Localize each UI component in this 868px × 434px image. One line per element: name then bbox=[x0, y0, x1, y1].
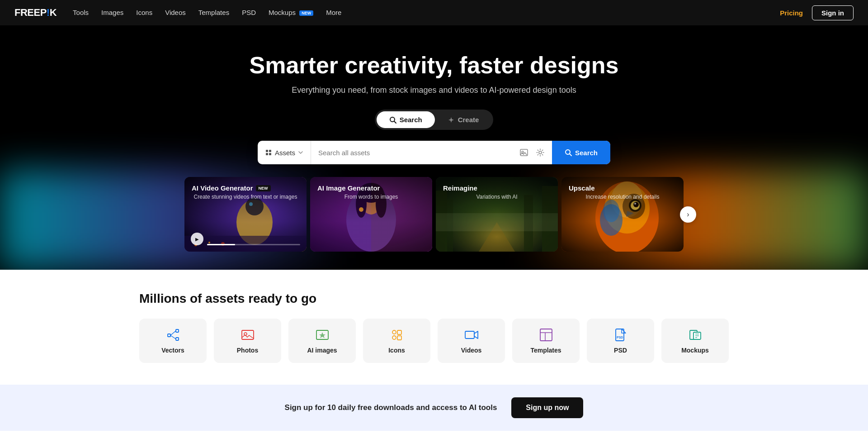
mockups-label: Mockups bbox=[681, 347, 709, 354]
ai-card-4-title: Upscale bbox=[569, 184, 676, 192]
svg-line-10 bbox=[570, 154, 571, 156]
signin-button[interactable]: Sign in bbox=[812, 5, 854, 20]
ai-card-2-subtitle: From words to images bbox=[317, 194, 425, 200]
ai-card-1-subtitle: Create stunning videos from text or imag… bbox=[192, 194, 299, 200]
search-bar: Assets bbox=[258, 141, 610, 164]
search-submit-icon bbox=[565, 149, 572, 156]
hero-section: Smarter creativity, faster designs Every… bbox=[0, 25, 868, 270]
category-dropdown[interactable]: Assets bbox=[258, 141, 311, 164]
search-submit-button[interactable]: Search bbox=[552, 141, 610, 164]
mockups-new-badge: NEW bbox=[299, 10, 313, 16]
icons-label: Icons bbox=[388, 347, 405, 354]
image-search-button[interactable] bbox=[518, 146, 530, 159]
vectors-icon bbox=[166, 328, 180, 342]
chevron-down-icon bbox=[298, 150, 303, 155]
photos-icon bbox=[241, 328, 255, 342]
asset-card-vectors[interactable]: Vectors bbox=[139, 319, 207, 363]
ai-card-3-subtitle: Variations with AI bbox=[443, 194, 551, 200]
sparkle-icon bbox=[448, 116, 455, 124]
svg-line-51 bbox=[170, 331, 176, 335]
signup-banner: Sign up for 10 daily free downloads and … bbox=[0, 385, 868, 431]
next-arrow-button[interactable]: › bbox=[680, 206, 696, 223]
asset-card-videos[interactable]: Videos bbox=[438, 319, 505, 363]
pricing-link[interactable]: Pricing bbox=[780, 9, 803, 17]
svg-rect-61 bbox=[540, 329, 552, 341]
nav-psd[interactable]: PSD bbox=[242, 9, 256, 16]
video-progress-fill bbox=[207, 244, 235, 245]
ai-cards-strip: AI Video Generator NEW Create stunning v… bbox=[181, 177, 687, 252]
asset-card-psd[interactable]: PSD PSD bbox=[587, 319, 654, 363]
nav-templates[interactable]: Templates bbox=[198, 9, 229, 16]
nav-more[interactable]: More bbox=[326, 9, 341, 16]
nav-links: Tools Images Icons Videos Templates PSD … bbox=[73, 9, 780, 17]
hero-subheadline: Everything you need, from stock images a… bbox=[9, 86, 859, 95]
mode-create-button[interactable]: Create bbox=[435, 111, 492, 128]
play-button[interactable]: ▶ bbox=[191, 233, 203, 245]
ai-images-icon bbox=[315, 328, 330, 342]
mode-search-button[interactable]: Search bbox=[377, 111, 435, 128]
nav-icons[interactable]: Icons bbox=[136, 9, 152, 16]
asset-card-icons[interactable]: Icons bbox=[363, 319, 430, 363]
svg-rect-4 bbox=[266, 153, 268, 155]
ai-card-3-title: Reimagine bbox=[443, 184, 551, 192]
nav-videos[interactable]: Videos bbox=[165, 9, 186, 16]
svg-rect-49 bbox=[176, 329, 179, 332]
svg-point-58 bbox=[392, 336, 396, 339]
nav-right: Pricing Sign in bbox=[780, 5, 854, 20]
category-label: Assets bbox=[275, 149, 295, 157]
ai-card-image[interactable]: AI Image Generator From words to images bbox=[310, 177, 432, 252]
signup-button[interactable]: Sign up now bbox=[511, 397, 583, 418]
search-icon-group bbox=[512, 146, 552, 159]
svg-rect-5 bbox=[269, 153, 271, 155]
svg-rect-48 bbox=[168, 334, 170, 337]
psd-icon: PSD bbox=[613, 328, 628, 342]
ai-card-upscale[interactable]: Upscale Increase resolution and details bbox=[561, 177, 684, 252]
svg-line-52 bbox=[170, 335, 176, 339]
ai-card-video[interactable]: AI Video Generator NEW Create stunning v… bbox=[184, 177, 307, 252]
asset-card-photos[interactable]: Photos bbox=[214, 319, 281, 363]
mockups-icon bbox=[688, 328, 703, 342]
assets-title: Millions of assets ready to go bbox=[139, 291, 729, 306]
psd-label: PSD bbox=[614, 347, 627, 354]
logo[interactable]: FREEP!K bbox=[14, 7, 57, 19]
ai-card-3-content: Reimagine Variations with AI bbox=[436, 177, 558, 252]
svg-rect-59 bbox=[397, 336, 401, 340]
search-input[interactable] bbox=[311, 141, 512, 164]
assets-section: Millions of assets ready to go Vectors bbox=[118, 270, 750, 377]
photos-label: Photos bbox=[237, 347, 258, 354]
hero-content: Smarter creativity, faster designs Every… bbox=[9, 52, 859, 252]
svg-rect-60 bbox=[465, 331, 474, 339]
videos-icon bbox=[464, 328, 479, 342]
nav-images[interactable]: Images bbox=[101, 9, 123, 16]
asset-card-templates[interactable]: Templates bbox=[512, 319, 580, 363]
settings-search-button[interactable] bbox=[534, 146, 547, 159]
ai-card-2-title: AI Image Generator bbox=[317, 184, 425, 192]
ai-card-reimagine[interactable]: Reimagine Variations with AI bbox=[436, 177, 558, 252]
search-icon bbox=[389, 116, 396, 124]
ai-card-1-title: AI Video Generator NEW bbox=[192, 184, 299, 192]
ai-card-1-badge: NEW bbox=[256, 185, 271, 191]
vectors-label: Vectors bbox=[161, 347, 184, 354]
svg-rect-57 bbox=[397, 330, 401, 334]
icons-icon bbox=[390, 328, 404, 342]
svg-rect-50 bbox=[176, 338, 179, 340]
svg-text:PSD: PSD bbox=[617, 336, 623, 339]
ai-card-4-subtitle: Increase resolution and details bbox=[569, 194, 676, 200]
videos-label: Videos bbox=[461, 347, 482, 354]
asset-card-mockups[interactable]: Mockups bbox=[661, 319, 729, 363]
ai-images-label: AI images bbox=[307, 347, 337, 354]
svg-line-1 bbox=[394, 121, 396, 123]
svg-rect-53 bbox=[242, 330, 254, 339]
templates-icon bbox=[539, 328, 553, 342]
nav-tools[interactable]: Tools bbox=[73, 9, 89, 16]
image-search-icon bbox=[519, 148, 528, 157]
category-icon bbox=[265, 149, 272, 156]
asset-grid: Vectors Photos AI images bbox=[139, 319, 729, 363]
mode-toggle: Search Create bbox=[375, 110, 494, 130]
svg-rect-2 bbox=[266, 150, 268, 152]
video-progress-bar bbox=[207, 244, 300, 245]
asset-card-ai-images[interactable]: AI images bbox=[288, 319, 356, 363]
svg-rect-64 bbox=[616, 329, 624, 341]
navbar: FREEP!K Tools Images Icons Videos Templa… bbox=[0, 0, 868, 25]
nav-mockups[interactable]: Mockups NEW bbox=[269, 9, 313, 16]
